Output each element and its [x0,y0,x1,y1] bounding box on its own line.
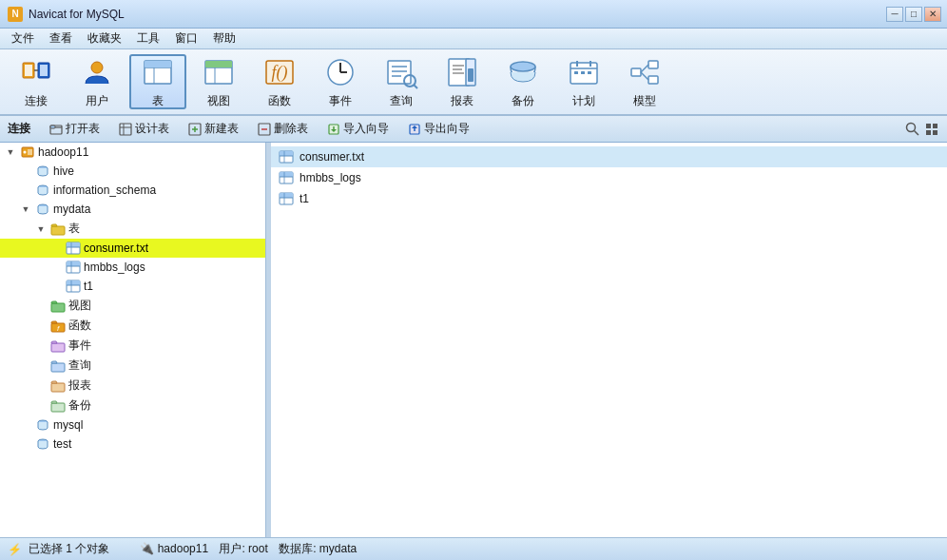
svg-rect-89 [51,363,65,372]
toolbar-btn-label-view: 视图 [207,93,230,109]
action-label-delete: 删除表 [274,121,308,137]
svg-rect-63 [933,130,937,135]
table-list-icon-t1 [279,191,294,206]
action-btn-open[interactable]: 打开表 [42,119,107,139]
tree-item-tables_node[interactable]: ▼表 [0,219,265,239]
toolbar-btn-label-schedule: 计划 [572,93,595,109]
svg-rect-9 [145,61,171,68]
toolbar-btn-model[interactable]: 模型 [616,54,673,109]
tree-label-consumer_txt: consumer.txt [84,241,148,255]
menu-item-收藏夹[interactable]: 收藏夹 [80,29,129,48]
toolbar-btn-view[interactable]: 视图 [190,54,247,109]
toolbar-btn-query[interactable]: 查询 [373,54,430,109]
status-db-label: 数据库: [279,542,316,555]
minimize-button[interactable]: ─ [886,7,903,22]
grid-icon[interactable] [924,122,939,137]
svg-rect-95 [280,151,293,156]
tree-item-queries_node[interactable]: 查询 [0,356,265,376]
svg-point-31 [511,62,535,71]
table-list[interactable]: consumer.txthmbbs_logst1 [271,143,947,537]
tree-icon-hadoop11 [20,145,35,160]
toolbar-btn-connect[interactable]: 连接 [8,54,65,109]
tree-label-views_node: 视图 [68,298,91,314]
menubar: 文件查看收藏夹工具窗口帮助 [0,29,947,49]
menu-item-窗口[interactable]: 窗口 [167,29,205,48]
toolbar-btn-function[interactable]: f()函数 [251,54,308,109]
svg-rect-90 [51,383,65,392]
tree-icon-hive [35,164,50,179]
tree-item-views_node[interactable]: 视图 [0,296,265,316]
import-action-icon [327,123,340,136]
tree-item-test[interactable]: test [0,434,265,454]
tree-item-hive[interactable]: hive [0,162,265,181]
new-action-icon [188,123,202,136]
toolbar-btn-backup[interactable]: 备份 [494,54,551,109]
svg-rect-37 [581,71,585,74]
tree-label-tables_node: 表 [68,221,80,237]
status-icon: ⚡ [8,543,21,556]
tree-arrow-mysql [19,418,32,432]
tree-item-mysql[interactable]: mysql [0,415,265,434]
tree-label-queries_node: 查询 [68,357,91,374]
toolbar-btn-user[interactable]: 用户 [68,54,126,109]
action-label-new: 新建表 [204,121,239,137]
menu-item-文件[interactable]: 文件 [4,29,42,48]
tree-item-reports_node[interactable]: 报表 [0,376,265,396]
svg-rect-61 [933,124,937,128]
tree-item-consumer_txt[interactable]: consumer.txt [0,239,265,258]
menu-item-工具[interactable]: 工具 [129,29,167,48]
status-db-value: mydata [319,542,357,555]
action-btn-design[interactable]: 设计表 [111,119,177,139]
tree-arrow-hive [19,164,32,178]
action-btn-export[interactable]: 导出向导 [400,119,477,139]
tree-item-hadoop11[interactable]: ▼hadoop11 [0,143,265,162]
status-connection: 🔌 hadoop11 用户: root 数据库: mydata [140,541,357,557]
tree-item-t1[interactable]: t1 [0,277,265,296]
tree-item-mydata[interactable]: ▼mydata [0,200,265,219]
maximize-button[interactable]: □ [905,7,922,22]
tree-label-mydata: mydata [53,203,90,216]
tree-label-functions_node: 函数 [68,318,91,334]
toolbar-btn-label-model: 模型 [633,93,656,109]
svg-text:f(): f() [272,63,288,83]
sidebar: ▼hadoop11hiveinformation_schema▼mydata▼表… [0,143,266,537]
connection-bar-label: 连接 [8,121,30,137]
tree-item-functions_node[interactable]: f函数 [0,316,265,336]
tree-label-reports_node: 报表 [68,377,91,394]
tree-item-hmbbs_logs[interactable]: hmbbs_logs [0,258,265,277]
toolbar-btn-report[interactable]: 报表 [434,54,491,109]
app-icon: N [8,7,23,22]
status-conn-value: hadoop11 [158,542,208,555]
menu-item-查看[interactable]: 查看 [42,29,80,48]
toolbar-btn-label-table: 表 [152,93,164,109]
tree-label-hive: hive [53,164,74,178]
tree-arrow-backups_node [34,399,48,413]
close-button[interactable]: ✕ [924,7,941,22]
tree-item-events_node[interactable]: 事件 [0,336,265,356]
action-label-import: 导入向导 [343,121,389,137]
action-btn-import[interactable]: 导入向导 [319,119,396,139]
app-title: Navicat for MySQL [29,8,125,21]
schedule-icon [567,55,601,89]
report-icon [445,55,479,89]
sidebar-scroll[interactable]: ▼hadoop11hiveinformation_schema▼mydata▼表… [0,143,265,537]
tree-item-backups_node[interactable]: 备份 [0,396,265,415]
svg-rect-45 [50,126,55,128]
tree-item-information_schema[interactable]: information_schema [0,181,265,200]
search-icon[interactable] [905,122,920,137]
tree-icon-reports_node [50,378,66,394]
action-label-export: 导出向导 [424,121,470,137]
action-label-design: 设计表 [135,121,169,137]
table-list-item-consumer_txt[interactable]: consumer.txt [271,146,947,167]
toolbar-btn-label-query: 查询 [390,93,413,109]
menu-item-帮助[interactable]: 帮助 [205,29,243,48]
action-btn-new[interactable]: 新建表 [181,119,246,139]
toolbar-btn-event[interactable]: 事件 [312,54,369,109]
toolbar-btn-schedule[interactable]: 计划 [555,54,612,109]
table-list-item-t1[interactable]: t1 [271,188,947,209]
toolbar-btn-table[interactable]: 表 [129,54,186,109]
action-btn-delete[interactable]: 删除表 [250,119,316,139]
toolbar-btn-label-report: 报表 [451,93,474,109]
svg-line-24 [414,85,417,88]
table-list-item-hmbbs_logs[interactable]: hmbbs_logs [271,167,947,188]
